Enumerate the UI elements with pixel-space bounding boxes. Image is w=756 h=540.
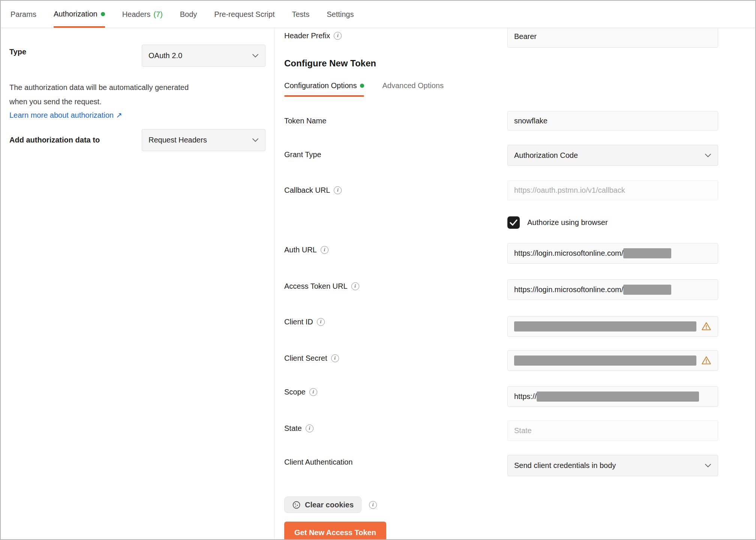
request-tabbar: Params Authorization Headers (7) Body Pr… — [1, 1, 755, 28]
tab-tests-label: Tests — [292, 10, 309, 19]
tab-prerequest-script[interactable]: Pre-request Script — [214, 1, 274, 28]
callback-url-label: Callback URL — [284, 185, 342, 195]
grant-type-select[interactable]: Authorization Code — [507, 145, 718, 166]
tab-tests[interactable]: Tests — [292, 1, 309, 28]
client-secret-input[interactable] — [507, 350, 718, 371]
redacted-value — [514, 356, 696, 366]
oauth-config-pane: Header Prefix Configure New Token Config… — [275, 28, 755, 539]
tab-params[interactable]: Params — [10, 1, 36, 28]
tab-params-label: Params — [10, 10, 36, 19]
redacted-value — [623, 248, 671, 258]
info-icon[interactable] — [334, 186, 342, 194]
warning-icon[interactable] — [701, 356, 711, 366]
authorize-browser-row: Authorize using browser — [507, 216, 608, 229]
chevron-down-icon — [252, 54, 259, 58]
green-status-dot — [360, 84, 364, 88]
chevron-down-icon — [705, 464, 711, 468]
tab-headers[interactable]: Headers (7) — [122, 1, 163, 28]
auth-type-select[interactable]: OAuth 2.0 — [142, 45, 266, 67]
learn-more-link[interactable]: Learn more about authorization↗ — [9, 111, 122, 120]
header-prefix-input[interactable] — [507, 28, 718, 48]
auth-description: The authorization data will be automatic… — [9, 80, 189, 109]
callback-url-input[interactable] — [507, 180, 718, 200]
client-authentication-label: Client Authentication — [284, 457, 352, 467]
token-name-label: Token Name — [284, 116, 326, 126]
add-auth-data-to-select[interactable]: Request Headers — [142, 129, 266, 151]
tab-authorization[interactable]: Authorization — [54, 1, 105, 28]
checkmark-icon — [510, 219, 518, 226]
scope-label: Scope — [284, 387, 317, 397]
tab-settings-label: Settings — [327, 10, 354, 19]
access-token-url-input[interactable]: https://login.microsoftonline.com/ — [507, 279, 718, 300]
tab-body-label: Body — [180, 10, 197, 19]
authorize-browser-checkbox[interactable] — [507, 216, 520, 229]
grant-type-label: Grant Type — [284, 149, 321, 160]
get-new-access-token-button[interactable]: Get New Access Token — [284, 522, 386, 539]
tab-authorization-label: Authorization — [54, 10, 98, 18]
access-token-url-label: Access Token URL — [284, 281, 359, 291]
auth-type-value: OAuth 2.0 — [148, 51, 182, 60]
green-status-dot — [101, 12, 105, 16]
auth-description-line2: when you send the request. — [9, 94, 189, 109]
request-editor: Params Authorization Headers (7) Body Pr… — [0, 0, 756, 540]
configure-new-token-heading: Configure New Token — [284, 58, 376, 69]
auth-url-value: https://login.microsoftonline.com/ — [514, 249, 623, 258]
warning-icon[interactable] — [701, 321, 711, 332]
add-auth-data-to-label: Add authorization data to — [9, 135, 100, 145]
external-link-arrow-icon: ↗ — [116, 111, 122, 119]
info-icon[interactable] — [351, 282, 359, 290]
header-prefix-label: Header Prefix — [284, 30, 342, 41]
tab-body[interactable]: Body — [180, 1, 197, 28]
token-config-subtabs: Configuration Options Advanced Options — [284, 81, 444, 97]
auth-url-label: Auth URL — [284, 244, 328, 255]
chevron-down-icon — [252, 138, 259, 142]
client-authentication-select[interactable]: Send client credentials in body — [507, 455, 718, 476]
info-icon[interactable] — [317, 318, 325, 326]
info-icon[interactable] — [334, 32, 342, 40]
info-icon[interactable] — [321, 246, 328, 254]
state-label: State — [284, 423, 314, 434]
client-authentication-value: Send client credentials in body — [514, 461, 616, 470]
tab-settings[interactable]: Settings — [327, 1, 354, 28]
learn-more-label: Learn more about authorization — [9, 111, 114, 119]
redacted-value — [623, 285, 671, 295]
state-input[interactable] — [507, 420, 718, 441]
info-icon[interactable] — [369, 501, 377, 509]
auth-url-input[interactable]: https://login.microsoftonline.com/ — [507, 243, 718, 264]
info-icon[interactable] — [309, 388, 317, 396]
tab-configuration-options[interactable]: Configuration Options — [284, 81, 364, 97]
redacted-value — [514, 321, 696, 332]
chevron-down-icon — [705, 153, 711, 158]
tab-prerequest-label: Pre-request Script — [214, 10, 274, 19]
info-icon[interactable] — [306, 424, 314, 432]
access-token-url-value: https://login.microsoftonline.com/ — [514, 285, 623, 294]
scope-input[interactable]: https:// — [507, 386, 718, 407]
type-label: Type — [9, 46, 26, 57]
info-icon[interactable] — [331, 354, 339, 362]
clear-cookies-row: Clear cookies — [284, 496, 377, 513]
tab-advanced-options[interactable]: Advanced Options — [382, 81, 443, 97]
redacted-value — [537, 392, 699, 402]
tab-headers-label: Headers — [122, 10, 151, 19]
auth-description-line1: The authorization data will be automatic… — [9, 80, 189, 94]
authorize-browser-label[interactable]: Authorize using browser — [527, 218, 608, 227]
token-name-input[interactable] — [507, 111, 718, 130]
client-id-input[interactable] — [507, 316, 718, 337]
grant-type-value: Authorization Code — [514, 151, 578, 160]
clear-cookies-button[interactable]: Clear cookies — [284, 496, 362, 513]
client-secret-label: Client Secret — [284, 353, 339, 363]
cookie-icon — [292, 501, 301, 509]
client-id-label: Client ID — [284, 316, 325, 327]
scope-value: https:// — [514, 392, 537, 401]
add-auth-data-to-value: Request Headers — [148, 136, 207, 144]
auth-type-pane: Type OAuth 2.0 The authorization data wi… — [1, 28, 274, 539]
headers-count-badge: (7) — [153, 10, 162, 19]
